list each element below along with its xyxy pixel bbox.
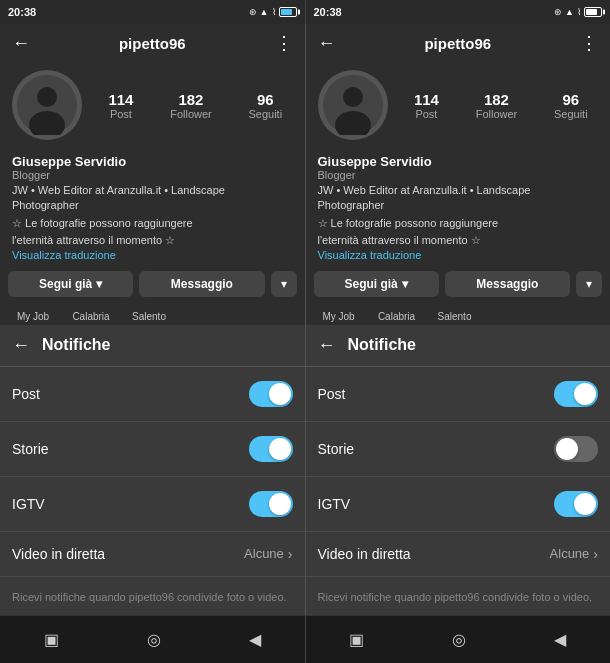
right-back-button[interactable]: ← [318, 33, 336, 54]
left-profile-bio1: JW • Web Editor at Aranzulla.it • Landsc… [12, 183, 293, 214]
left-toggle-igtv-thumb [269, 493, 291, 515]
bottom-nav-square-right[interactable]: ▣ [349, 630, 364, 649]
right-toggle-igtv-label: IGTV [318, 496, 351, 512]
right-action-buttons: Segui già ▾ Messaggio ▾ [306, 265, 611, 303]
left-profile-info: Giuseppe Servidio Blogger JW • Web Edito… [0, 148, 305, 265]
right-notif-panel: ← Notifiche Post Storie IGTV [306, 325, 611, 615]
bottom-nav-back-left[interactable]: ◀ [249, 630, 261, 649]
right-toggle-storie-label: Storie [318, 441, 355, 457]
right-highlight-2[interactable]: Calabria [372, 309, 422, 319]
main-content: ← pipetto96 ⋮ 114 Post [0, 24, 610, 615]
right-highlight-1[interactable]: My Job [314, 309, 364, 319]
left-stat-follower-number: 182 [178, 91, 203, 108]
wifi-icon-r: ⌇ [577, 7, 581, 17]
left-message-button[interactable]: Messaggio [139, 271, 264, 297]
signal-icon: ▲ [260, 7, 269, 17]
right-toggle-igtv-switch[interactable] [554, 491, 598, 517]
right-stats-row: 114 Post 182 Follower 96 Seguiti [404, 91, 599, 120]
right-profile-header: 114 Post 182 Follower 96 Seguiti [318, 70, 599, 140]
left-highlight-label-3: Salento [132, 311, 166, 322]
left-stat-post: 114 Post [108, 91, 133, 120]
left-toggle-post-switch[interactable] [249, 381, 293, 407]
left-dropdown-button[interactable]: ▾ [271, 271, 297, 297]
right-profile-name: Giuseppe Servidio [318, 154, 599, 169]
left-toggle-igtv-switch[interactable] [249, 491, 293, 517]
status-time-left: 20:38 [8, 6, 36, 18]
right-profile-role: Blogger [318, 169, 599, 181]
left-toggle-storie-label: Storie [12, 441, 49, 457]
left-toggle-igtv-label: IGTV [12, 496, 45, 512]
right-toggle-post: Post [306, 367, 611, 422]
right-stat-seguiti-label: Seguiti [554, 108, 588, 120]
right-highlight-label-2: Calabria [378, 311, 415, 322]
right-nav-title: pipetto96 [424, 35, 491, 52]
bottom-nav: ▣ ◎ ◀ ▣ ◎ ◀ [0, 615, 610, 663]
right-toggle-igtv-thumb [574, 493, 596, 515]
right-dropdown-button[interactable]: ▾ [576, 271, 602, 297]
left-more-button[interactable]: ⋮ [275, 32, 293, 54]
right-stat-seguiti: 96 Seguiti [554, 91, 588, 120]
left-video-sub: Alcune [244, 546, 284, 561]
right-stat-follower: 182 Follower [476, 91, 518, 120]
right-profile-section: 114 Post 182 Follower 96 Seguiti [306, 62, 611, 148]
left-notif-back-button[interactable]: ← [12, 335, 30, 356]
bottom-nav-back-right[interactable]: ◀ [554, 630, 566, 649]
left-toggle-storie-thumb [269, 438, 291, 460]
bluetooth-icon: ⊛ [249, 7, 257, 17]
right-toggle-video-right: Alcune › [550, 546, 598, 562]
right-highlights: My Job Calabria Salento [306, 303, 611, 325]
right-follow-button[interactable]: Segui già ▾ [314, 271, 439, 297]
wifi-icon: ⌇ [272, 7, 276, 17]
left-highlight-2[interactable]: Calabria [66, 309, 116, 319]
right-message-button[interactable]: Messaggio [445, 271, 570, 297]
right-toggle-video-label: Video in diretta [318, 546, 411, 562]
left-toggle-video[interactable]: Video in diretta Alcune › [0, 532, 305, 577]
left-nav-bar: ← pipetto96 ⋮ [0, 24, 305, 62]
left-toggle-storie-switch[interactable] [249, 436, 293, 462]
status-icons-right: ⊛ ▲ ⌇ [554, 7, 602, 17]
status-time-right: 20:38 [314, 6, 342, 18]
left-highlight-1[interactable]: My Job [8, 309, 58, 319]
left-notif-footer: Ricevi notifiche quando pipetto96 condiv… [0, 577, 305, 615]
left-notif-title: Notifiche [42, 336, 110, 354]
left-nav-title: pipetto96 [119, 35, 186, 52]
left-toggle-post: Post [0, 367, 305, 422]
left-toggle-video-right: Alcune › [244, 546, 292, 562]
bottom-nav-square-left[interactable]: ▣ [44, 630, 59, 649]
right-notif-footer: Ricevi notifiche quando pipetto96 condiv… [306, 577, 611, 615]
bottom-nav-circle-left[interactable]: ◎ [147, 630, 161, 649]
bottom-nav-circle-right[interactable]: ◎ [452, 630, 466, 649]
left-toggle-post-label: Post [12, 386, 40, 402]
status-bar-left: 20:38 ⊛ ▲ ⌇ [0, 0, 306, 24]
left-highlight-3[interactable]: Salento [124, 309, 174, 319]
left-profile-section: 114 Post 182 Follower 96 Seguiti [0, 62, 305, 148]
left-follow-button[interactable]: Segui già ▾ [8, 271, 133, 297]
right-toggle-storie-switch[interactable] [554, 436, 598, 462]
right-notif-back-button[interactable]: ← [318, 335, 336, 356]
right-stat-follower-label: Follower [476, 108, 518, 120]
left-highlight-label-2: Calabria [72, 311, 109, 322]
left-toggle-video-label: Video in diretta [12, 546, 105, 562]
right-nav-bar: ← pipetto96 ⋮ [306, 24, 611, 62]
right-profile-bio1: JW • Web Editor at Aranzulla.it • Landsc… [318, 183, 599, 214]
right-toggle-video[interactable]: Video in diretta Alcune › [306, 532, 611, 577]
left-stat-seguiti-label: Seguiti [248, 108, 282, 120]
right-chevron-right-icon: › [593, 546, 598, 562]
left-profile-bio3: l'eternità attraverso il momento ☆ [12, 233, 293, 248]
left-back-button[interactable]: ← [12, 33, 30, 54]
bluetooth-icon-r: ⊛ [554, 7, 562, 17]
right-toggle-post-switch[interactable] [554, 381, 598, 407]
left-profile-role: Blogger [12, 169, 293, 181]
left-profile-link[interactable]: Visualizza traduzione [12, 249, 293, 261]
bottom-nav-left: ▣ ◎ ◀ [0, 615, 306, 663]
right-profile-link[interactable]: Visualizza traduzione [318, 249, 599, 261]
right-follow-chevron-icon: ▾ [402, 277, 408, 291]
right-notif-title: Notifiche [348, 336, 416, 354]
right-highlight-3[interactable]: Salento [430, 309, 480, 319]
right-more-button[interactable]: ⋮ [580, 32, 598, 54]
left-notif-footer-text: Ricevi notifiche quando pipetto96 condiv… [12, 591, 287, 603]
right-toggle-post-thumb [574, 383, 596, 405]
right-stat-post-number: 114 [414, 91, 439, 108]
left-highlights: My Job Calabria Salento [0, 303, 305, 325]
left-stat-seguiti: 96 Seguiti [248, 91, 282, 120]
